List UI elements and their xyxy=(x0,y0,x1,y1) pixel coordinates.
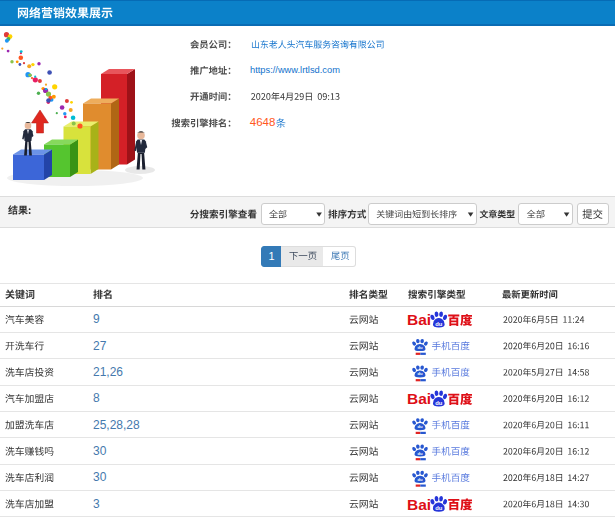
svg-text:du: du xyxy=(435,321,443,327)
svg-text:Bai: Bai xyxy=(407,311,431,328)
svg-text:Bai: Bai xyxy=(407,390,431,407)
svg-text:du: du xyxy=(417,371,423,376)
svg-text:Bai: Bai xyxy=(407,496,431,513)
svg-text:du: du xyxy=(417,345,423,350)
svg-text:du: du xyxy=(435,400,443,406)
svg-text:du: du xyxy=(417,477,423,482)
svg-text:du: du xyxy=(417,424,423,429)
svg-text:du: du xyxy=(417,451,423,456)
svg-text:du: du xyxy=(435,505,443,511)
